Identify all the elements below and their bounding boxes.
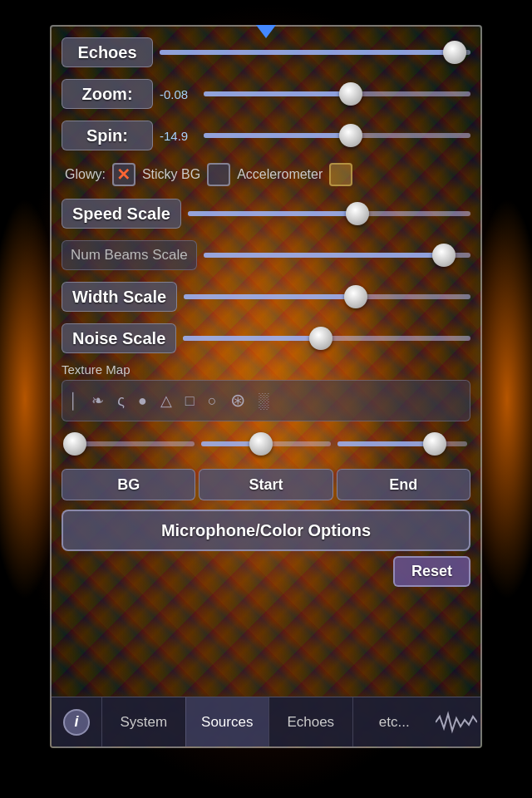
top-arrow-indicator <box>256 25 276 38</box>
reset-button[interactable]: Reset <box>393 556 470 587</box>
bg-start-end-row: BG Start End <box>62 466 470 503</box>
texture-icons-row: │ ❧ ς ● △ □ ○ ⊛ ░ <box>62 380 470 421</box>
sticky-bg-label: Sticky BG <box>142 167 200 182</box>
controls-area: Echoes Zoom: -0.08 Spin: -14.9 <box>52 27 480 697</box>
texture-map-label: Texture Map <box>62 362 470 377</box>
line-icon[interactable]: │ <box>69 392 78 410</box>
wavy-icon[interactable]: ❧ <box>91 392 104 410</box>
tab-sources[interactable]: Sources <box>185 697 269 747</box>
info-button[interactable]: i <box>52 697 101 747</box>
slider1-thumb[interactable] <box>63 432 86 456</box>
accelerometer-label: Accelerometer <box>237 167 323 182</box>
echoes-slider[interactable] <box>160 50 470 55</box>
spin-value: -14.9 <box>160 129 197 143</box>
width-scale-button[interactable]: Width Scale <box>62 282 177 312</box>
texture-section: Texture Map │ ❧ ς ● △ □ ○ ⊛ ░ <box>62 362 470 421</box>
mic-options-button[interactable]: Microphone/Color Options <box>62 510 470 551</box>
echoes-row: Echoes <box>62 33 470 71</box>
info-icon: i <box>63 709 90 736</box>
width-thumb[interactable] <box>344 285 367 308</box>
beams-thumb[interactable] <box>432 244 456 267</box>
accelerometer-checkbox[interactable] <box>329 163 352 186</box>
noise-fill <box>183 336 321 341</box>
glowy-label: Glowy: <box>65 167 106 182</box>
tab-etc[interactable]: etc... <box>352 697 436 747</box>
reset-row: Reset <box>62 556 470 587</box>
width-scale-slider[interactable] <box>184 294 470 299</box>
tab-echoes[interactable]: Echoes <box>268 697 352 747</box>
bg-button[interactable]: BG <box>62 469 195 500</box>
end-color-slider[interactable] <box>337 441 467 446</box>
square-icon[interactable]: □ <box>185 392 195 410</box>
width-fill <box>184 294 356 299</box>
spin-slider[interactable] <box>204 133 470 138</box>
zoom-button[interactable]: Zoom: <box>62 79 153 109</box>
echoes-thumb[interactable] <box>443 41 466 64</box>
num-beams-slider[interactable] <box>204 253 470 258</box>
speed-scale-button[interactable]: Speed Scale <box>62 199 181 229</box>
start-color-slider[interactable] <box>201 441 331 446</box>
echoes-button[interactable]: Echoes <box>62 37 153 67</box>
noise-icon[interactable]: ░ <box>259 392 269 410</box>
bg-color-slider[interactable] <box>65 441 195 446</box>
noise-thumb[interactable] <box>309 327 332 350</box>
slider3-fill <box>337 441 435 446</box>
beams-fill <box>204 253 444 258</box>
three-sliders-row <box>62 425 470 463</box>
spin-row: Spin: -14.9 <box>62 116 470 155</box>
num-beams-row: Num Beams Scale <box>62 236 470 274</box>
start-button[interactable]: Start <box>199 469 332 500</box>
bottom-tabs: i System Sources Echoes etc... <box>52 697 480 746</box>
disc-icon[interactable]: ⊛ <box>230 390 245 411</box>
zoom-slider[interactable] <box>204 91 470 96</box>
tab-system[interactable]: System <box>101 697 185 747</box>
noise-scale-button[interactable]: Noise Scale <box>62 323 176 353</box>
zoom-fill <box>204 91 351 96</box>
slider2-thumb[interactable] <box>249 432 273 456</box>
zoom-value: -0.08 <box>160 87 197 101</box>
dot-icon[interactable]: ● <box>138 392 147 410</box>
zoom-thumb[interactable] <box>339 82 362 106</box>
spin-thumb[interactable] <box>339 124 362 147</box>
waveform-icon <box>436 710 477 735</box>
end-button[interactable]: End <box>337 469 470 500</box>
echoes-fill <box>160 50 455 55</box>
options-row: Glowy: Sticky BG Accelerometer <box>62 158 470 191</box>
sticky-bg-checkbox[interactable] <box>207 163 230 186</box>
speed-scale-row: Speed Scale <box>62 195 470 233</box>
slider3-thumb[interactable] <box>423 432 446 456</box>
squiggle-icon[interactable]: ς <box>117 392 125 410</box>
glowy-checkbox[interactable] <box>112 163 135 186</box>
noise-scale-slider[interactable] <box>183 336 470 341</box>
zoom-row: Zoom: -0.08 <box>62 75 470 113</box>
width-scale-row: Width Scale <box>62 278 470 316</box>
num-beams-label: Num Beams Scale <box>62 240 197 270</box>
triangle-icon[interactable]: △ <box>160 392 172 410</box>
spin-button[interactable]: Spin: <box>62 121 153 150</box>
circle-icon[interactable]: ○ <box>208 392 217 410</box>
speed-scale-slider[interactable] <box>188 211 470 216</box>
spin-fill <box>204 133 351 138</box>
speed-fill <box>188 211 357 216</box>
noise-scale-row: Noise Scale <box>62 319 470 357</box>
main-panel: Echoes Zoom: -0.08 Spin: -14.9 <box>50 25 482 748</box>
speed-thumb[interactable] <box>346 202 369 225</box>
